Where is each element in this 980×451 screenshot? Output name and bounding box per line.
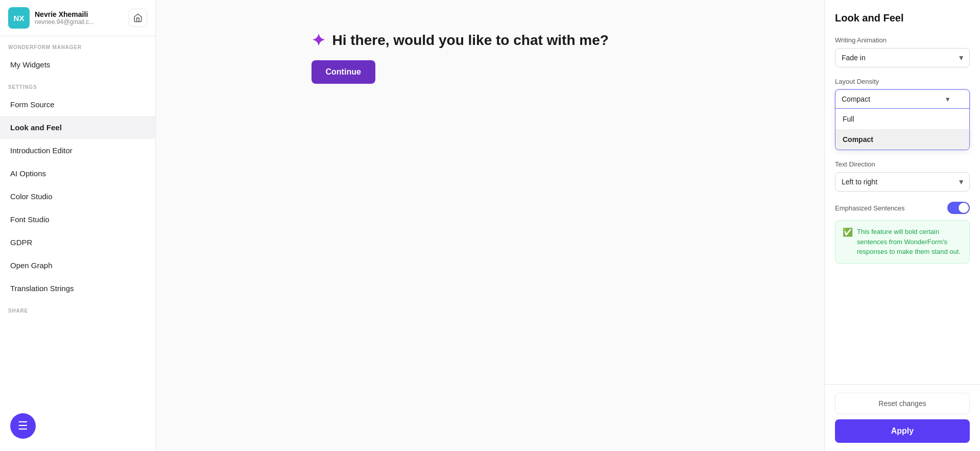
section-settings-label: SETTINGS bbox=[0, 76, 155, 93]
check-circle-icon: ✅ bbox=[843, 227, 853, 237]
sidebar-item-gdpr[interactable]: GDPR bbox=[0, 231, 155, 254]
dropdown-option-full[interactable]: Full bbox=[835, 109, 969, 129]
section-share-label: SHARE bbox=[0, 300, 155, 317]
text-direction-select[interactable]: Left to right Right to left bbox=[835, 172, 970, 192]
panel-title: Look and Feel bbox=[835, 12, 970, 24]
apply-button[interactable]: Apply bbox=[835, 419, 970, 443]
writing-animation-select-wrapper: Fade in None Typewriter ▼ bbox=[835, 48, 970, 67]
emphasized-sentences-label: Emphasized Sentences bbox=[835, 204, 905, 212]
main-content: ✦ Hi there, would you like to chat with … bbox=[156, 0, 824, 451]
info-box-text: This feature will bold certain sentences… bbox=[857, 227, 962, 257]
sidebar-item-form-source[interactable]: Form Source bbox=[0, 93, 155, 116]
chat-intro: ✦ Hi there, would you like to chat with … bbox=[312, 31, 669, 50]
translation-strings-label: Translation Strings bbox=[10, 284, 74, 293]
layout-density-chevron-icon: ▼ bbox=[944, 96, 951, 103]
sidebar-item-introduction-editor[interactable]: Introduction Editor bbox=[0, 139, 155, 162]
look-and-feel-label: Look and Feel bbox=[10, 123, 62, 132]
ai-options-label: AI Options bbox=[10, 169, 46, 178]
text-direction-select-wrapper: Left to right Right to left ▼ bbox=[835, 172, 970, 192]
home-button[interactable] bbox=[129, 9, 147, 27]
emphasized-sentences-row: Emphasized Sentences bbox=[835, 202, 970, 214]
section-manager-label: WONDERFORM MANAGER bbox=[0, 36, 155, 53]
emphasized-sentences-toggle[interactable] bbox=[947, 202, 970, 214]
toggle-thumb bbox=[959, 203, 969, 213]
color-studio-label: Color Studio bbox=[10, 192, 53, 201]
layout-density-label: Layout Density bbox=[835, 78, 970, 85]
greeting-text: Hi there, would you like to chat with me… bbox=[332, 32, 609, 49]
option-compact-label: Compact bbox=[843, 135, 873, 144]
sidebar-item-my-widgets[interactable]: My Widgets bbox=[0, 53, 155, 76]
sidebar-scroll: WONDERFORM MANAGER My Widgets SETTINGS F… bbox=[0, 36, 155, 451]
sidebar-item-color-studio[interactable]: Color Studio bbox=[0, 185, 155, 208]
writing-animation-select[interactable]: Fade in None Typewriter bbox=[835, 48, 970, 67]
form-source-label: Form Source bbox=[10, 100, 55, 109]
sparkle-icon: ✦ bbox=[312, 31, 325, 50]
user-email: nevriee.94@gmail.c... bbox=[35, 18, 124, 26]
panel-footer: Reset changes Apply bbox=[825, 384, 980, 451]
sidebar-item-translation-strings[interactable]: Translation Strings bbox=[0, 277, 155, 300]
layout-density-dropdown-list: Full Compact bbox=[835, 109, 970, 150]
option-full-label: Full bbox=[843, 115, 854, 123]
introduction-editor-label: Introduction Editor bbox=[10, 146, 73, 155]
sidebar-header: NX Nevrie Xhemaili nevriee.94@gmail.c... bbox=[0, 0, 155, 36]
user-name: Nevrie Xhemaili bbox=[35, 10, 124, 18]
sidebar-item-look-and-feel[interactable]: Look and Feel bbox=[0, 116, 155, 139]
dropdown-option-compact[interactable]: Compact bbox=[835, 129, 969, 150]
writing-animation-label: Writing Animation bbox=[835, 36, 970, 44]
layout-density-value: Compact bbox=[842, 95, 870, 103]
text-direction-label: Text Direction bbox=[835, 160, 970, 168]
reset-button[interactable]: Reset changes bbox=[835, 393, 970, 414]
continue-button[interactable]: Continue bbox=[312, 60, 375, 84]
sidebar-item-open-graph[interactable]: Open Graph bbox=[0, 254, 155, 277]
sidebar-item-ai-options[interactable]: AI Options bbox=[0, 162, 155, 185]
info-box: ✅ This feature will bold certain sentenc… bbox=[835, 220, 970, 264]
open-graph-label: Open Graph bbox=[10, 261, 53, 270]
sidebar: NX Nevrie Xhemaili nevriee.94@gmail.c...… bbox=[0, 0, 156, 451]
layout-density-dropdown-container: Compact ▼ Full Compact bbox=[835, 89, 970, 109]
avatar: NX bbox=[8, 7, 30, 29]
user-info: Nevrie Xhemaili nevriee.94@gmail.c... bbox=[35, 10, 124, 26]
right-panel: Look and Feel Writing Animation Fade in … bbox=[824, 0, 980, 451]
my-widgets-label: My Widgets bbox=[10, 60, 50, 69]
font-studio-label: Font Studio bbox=[10, 215, 50, 224]
gdpr-label: GDPR bbox=[10, 238, 32, 247]
layout-density-trigger[interactable]: Compact ▼ bbox=[835, 89, 970, 109]
sidebar-item-font-studio[interactable]: Font Studio bbox=[0, 208, 155, 231]
chat-preview: ✦ Hi there, would you like to chat with … bbox=[312, 31, 669, 84]
fab-menu-button[interactable]: ☰ bbox=[10, 413, 36, 439]
panel-scroll: Look and Feel Writing Animation Fade in … bbox=[825, 0, 980, 384]
hamburger-icon: ☰ bbox=[18, 419, 28, 433]
